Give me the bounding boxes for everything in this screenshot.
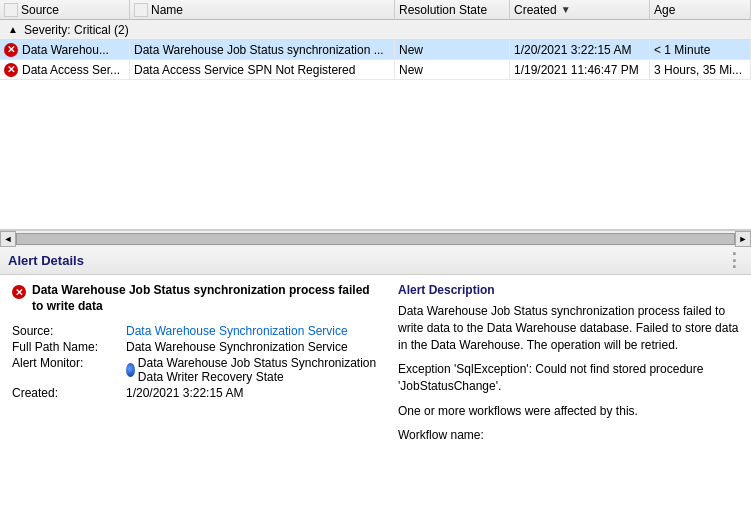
col-header-name[interactable]: Name <box>130 0 395 20</box>
details-panel: ✕ Data Warehouse Job Status synchronizat… <box>0 275 751 526</box>
alert-desc-text1: Data Warehouse Job Status synchronizatio… <box>398 303 739 353</box>
scrollbar-thumb[interactable] <box>16 233 735 245</box>
created-label: Created: <box>12 386 122 400</box>
alert-desc-text3: One or more workflows were affected by t… <box>398 403 739 420</box>
details-header: Alert Details <box>8 253 84 268</box>
scroll-right-button[interactable]: ► <box>735 231 751 247</box>
col-header-resolution[interactable]: Resolution State <box>395 0 510 20</box>
details-content: ✕ Data Warehouse Job Status synchronizat… <box>12 283 739 442</box>
created-value: 1/20/2021 3:22:15 AM <box>126 386 382 400</box>
details-title-bar: Alert Details ⋮ <box>0 246 751 275</box>
alert-description-header: Alert Description <box>398 283 739 297</box>
details-left-panel: ✕ Data Warehouse Job Status synchronizat… <box>12 283 382 442</box>
col-header-source[interactable]: Source <box>0 0 130 20</box>
cell-name-2: Data Access Service SPN Not Registered <box>130 60 395 79</box>
details-fields: Source: Data Warehouse Synchronization S… <box>12 324 382 400</box>
cell-resolution-2: New <box>395 60 510 79</box>
sort-arrow-icon: ▼ <box>561 4 571 15</box>
cell-age-2: 3 Hours, 35 Mi... <box>650 60 751 79</box>
error-icon: ✕ <box>4 43 18 57</box>
monitor-label: Alert Monitor: <box>12 356 122 384</box>
horizontal-scrollbar[interactable]: ◄ ► <box>0 230 751 246</box>
cell-age-1: < 1 Minute <box>650 40 751 59</box>
cell-source-1: ✕ Data Warehou... <box>0 40 130 59</box>
error-icon: ✕ <box>4 63 18 77</box>
cell-name-1: Data Warehouse Job Status synchronizatio… <box>130 40 395 59</box>
alerts-table: Source Name Resolution State Created ▼ A… <box>0 0 751 230</box>
table-row[interactable]: ✕ Data Access Ser... Data Access Service… <box>0 60 751 80</box>
cell-source-2: ✕ Data Access Ser... <box>0 60 130 79</box>
fullpath-value: Data Warehouse Synchronization Service <box>126 340 382 354</box>
table-row[interactable]: ✕ Data Warehou... Data Warehouse Job Sta… <box>0 40 751 60</box>
cell-resolution-1: New <box>395 40 510 59</box>
details-right-panel: Alert Description Data Warehouse Job Sta… <box>382 283 739 442</box>
monitor-icon <box>126 363 135 377</box>
col-header-age[interactable]: Age <box>650 0 751 20</box>
cell-created-1: 1/20/2021 3:22:15 AM <box>510 40 650 59</box>
alert-error-icon: ✕ <box>12 285 26 299</box>
resize-handle[interactable]: ⋮ <box>725 249 743 271</box>
alert-title: Data Warehouse Job Status synchronizatio… <box>32 283 382 314</box>
workflow-name-label: Workflow name: <box>398 428 739 442</box>
expand-icon[interactable]: ▲ <box>8 24 20 36</box>
col-header-created[interactable]: Created ▼ <box>510 0 650 20</box>
table-header: Source Name Resolution State Created ▼ A… <box>0 0 751 20</box>
scroll-left-button[interactable]: ◄ <box>0 231 16 247</box>
monitor-value[interactable]: Data Warehouse Job Status Synchronizatio… <box>126 356 382 384</box>
source-value[interactable]: Data Warehouse Synchronization Service <box>126 324 382 338</box>
alert-title-row: ✕ Data Warehouse Job Status synchronizat… <box>12 283 382 314</box>
cell-created-2: 1/19/2021 11:46:47 PM <box>510 60 650 79</box>
alert-desc-text2: Exception 'SqlException': Could not find… <box>398 361 739 395</box>
source-label: Source: <box>12 324 122 338</box>
fullpath-label: Full Path Name: <box>12 340 122 354</box>
scrollbar-track[interactable] <box>16 231 735 247</box>
severity-group-row: ▲ Severity: Critical (2) <box>0 20 751 40</box>
